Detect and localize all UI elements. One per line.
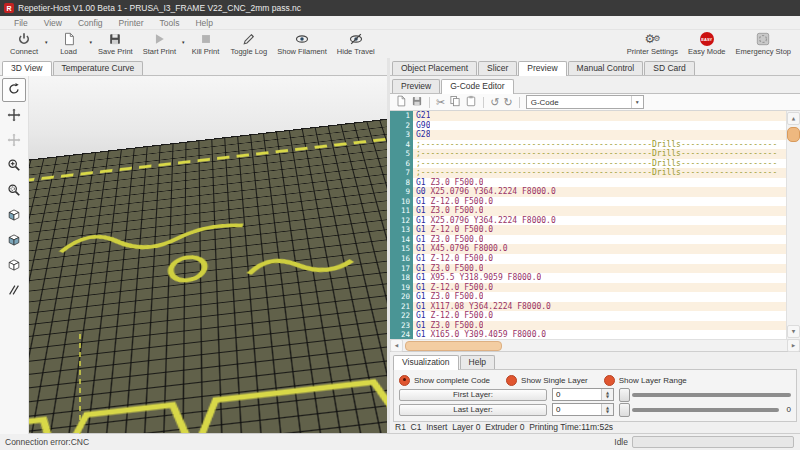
spinner-arrows-icon[interactable]: ▲▼ [601,404,613,415]
toggle-log-label: Toggle Log [231,47,268,56]
move-viewpoint-tool[interactable] [3,130,25,152]
cube-iso-tool[interactable] [3,205,25,227]
redo-button[interactable]: ↻ [503,95,512,109]
gcode-line[interactable]: 20G1 Z3.0 F500.0 [390,292,786,302]
horizontal-scrollbar[interactable]: ◀ ▶ [390,339,800,351]
tab-slicer[interactable]: Slicer [478,61,517,75]
gcode-line[interactable]: 24G1 X165.0 Y309.4059 F8000.0 [390,330,786,339]
menu-item-view[interactable]: View [36,18,70,28]
spinner-arrows-icon[interactable]: ▲▼ [601,389,613,400]
first-layer-button[interactable]: First Layer: [399,389,547,401]
gcode-line[interactable]: 9G0 X25.0796 Y364.2224 F8000.0 [390,187,786,197]
gcode-line[interactable]: 15G1 X45.0796 F8000.0 [390,244,786,254]
tab-3d-view[interactable]: 3D View [2,61,52,76]
save-button[interactable] [411,95,423,109]
connect-button[interactable]: Connect [4,31,44,59]
printer-settings-button[interactable]: ⚙⚙Printer Settings [622,31,683,59]
gcode-line[interactable]: 6;--------------------------------------… [390,159,786,169]
gcode-line[interactable]: 7;--------------------------------------… [390,168,786,178]
slider-handle[interactable] [619,388,630,402]
tab-object-placement[interactable]: Object Placement [392,61,477,75]
radio-button-icon[interactable] [399,375,410,386]
gcode-line[interactable]: 23G1 Z3.0 F500.0 [390,321,786,331]
gcode-editor[interactable]: 1G212G903G284;--------------------------… [390,111,800,352]
undo-button[interactable]: ↺ [490,95,499,109]
first-layer-value[interactable]: 0 [553,389,601,400]
gcode-line[interactable]: 5;--------------------------------------… [390,149,786,159]
gcode-line[interactable]: 8G1 Z3.0 F500.0 [390,178,786,188]
gcode-line[interactable]: 2G90 [390,121,786,131]
tab-preview[interactable]: Preview [392,79,440,93]
scrollbar-thumb[interactable] [787,127,800,142]
gcode-line[interactable]: 18G1 X95.5 Y318.9059 F8000.0 [390,273,786,283]
save-print-button[interactable]: Save Print [93,31,138,59]
parallel-projection-tool[interactable] [3,280,25,302]
gcode-type-dropdown[interactable]: G-Code▼ [526,95,644,109]
zoom-in-tool[interactable] [3,155,25,177]
gcode-line[interactable]: 22G1 Z-12.0 F500.0 [390,311,786,321]
cube-front-icon [6,233,22,249]
scroll-down-icon[interactable]: ▼ [787,325,800,338]
radio-button-icon[interactable] [506,375,517,386]
radio-show-layer-range[interactable]: Show Layer Range [604,375,687,386]
line-text: ;---------------------------------------… [413,159,777,169]
gcode-line[interactable]: 1G21 [390,111,786,121]
gcode-line[interactable]: 16G1 Z-12.0 F500.0 [390,254,786,264]
gcode-line[interactable]: 10G1 Z-12.0 F500.0 [390,197,786,207]
toggle-log-button[interactable]: Toggle Log [226,31,273,59]
emergency-stop-button[interactable]: Emergency Stop [731,31,796,59]
cube-top-tool[interactable] [3,255,25,277]
tab-manual-control[interactable]: Manual Control [568,61,644,75]
first-layer-spinner[interactable]: 0 ▲▼ [552,388,614,401]
tab-help[interactable]: Help [460,355,495,369]
3d-viewport[interactable] [0,76,387,434]
first-layer-slider[interactable] [619,388,791,402]
3d-scene[interactable] [28,76,387,434]
menu-item-help[interactable]: Help [187,18,220,28]
show-filament-button[interactable]: Show Filament [272,31,332,59]
cube-front-tool[interactable] [3,230,25,252]
hide-travel-button[interactable]: Hide Travel [332,31,380,59]
gcode-line[interactable]: 4;--------------------------------------… [390,140,786,150]
last-layer-value[interactable]: 0 [553,404,601,415]
load-button[interactable]: Load [49,31,89,59]
radio-show-complete-code[interactable]: Show complete Code [399,375,490,386]
new-doc-button[interactable] [395,95,407,109]
gcode-line[interactable]: 3G28 [390,130,786,140]
gcode-line[interactable]: 14G1 Z3.0 F500.0 [390,235,786,245]
tab-sd-card[interactable]: SD Card [644,61,695,75]
scroll-left-icon[interactable]: ◀ [390,339,403,352]
slider-handle[interactable] [619,403,630,417]
gcode-line[interactable]: 19G1 Z-12.0 F500.0 [390,283,786,293]
tab-preview[interactable]: Preview [518,61,566,76]
gcode-line[interactable]: 17G1 Z3.0 F500.0 [390,264,786,274]
move-tool[interactable] [3,105,25,127]
gcode-line[interactable]: 13G1 Z-12.0 F500.0 [390,225,786,235]
kill-print-button[interactable]: Kill Print [186,31,226,59]
gcode-line[interactable]: 11G1 Z3.0 F500.0 [390,206,786,216]
menu-item-printer[interactable]: Printer [111,18,152,28]
radio-button-icon[interactable] [604,375,615,386]
rotate-tool[interactable] [2,78,26,102]
last-layer-spinner[interactable]: 0 ▲▼ [552,403,614,416]
scroll-up-icon[interactable]: ▲ [787,112,800,125]
copy-button[interactable] [449,95,461,109]
tab-g-code-editor[interactable]: G-Code Editor [441,79,513,94]
zoom-fit-tool[interactable] [3,180,25,202]
hscrollbar-thumb[interactable] [405,341,502,351]
menu-item-file[interactable]: File [6,18,36,28]
easy-mode-button[interactable]: EASYEasy Mode [683,31,731,59]
gcode-line[interactable]: 21G1 X117.08 Y364.2224 F8000.0 [390,302,786,312]
start-print-button[interactable]: Start Print [138,31,181,59]
last-layer-button[interactable]: Last Layer: [399,404,547,416]
scroll-right-icon[interactable]: ▶ [787,339,800,352]
tab-visualization[interactable]: Visualization [393,355,459,370]
last-layer-slider[interactable]: 0 [619,403,791,417]
paste-button[interactable] [465,95,477,109]
gcode-line[interactable]: 12G1 X25.0796 Y364.2224 F8000.0 [390,216,786,226]
cut-button[interactable]: ✂ [436,95,445,109]
radio-show-single-layer[interactable]: Show Single Layer [506,375,588,386]
gcode-lines[interactable]: 1G212G903G284;--------------------------… [390,111,786,339]
tab-temperature-curve[interactable]: Temperature Curve [53,61,144,75]
vertical-scrollbar[interactable]: ▲ ▼ [786,111,800,339]
